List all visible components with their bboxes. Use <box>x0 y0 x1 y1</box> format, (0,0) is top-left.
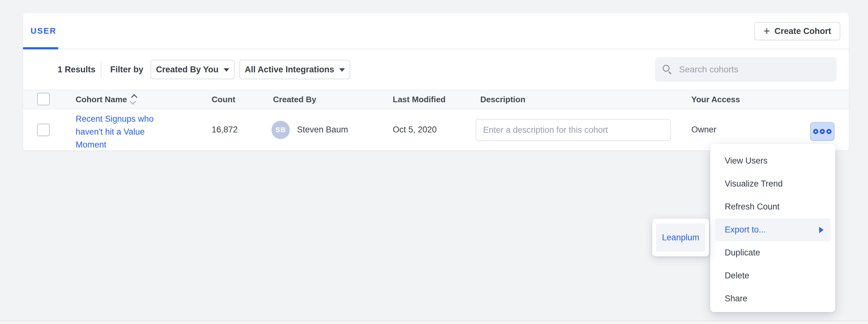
cohorts-panel: USER + Create Cohort 1 Results Filter by… <box>23 13 849 150</box>
row-checkbox[interactable] <box>37 123 50 136</box>
creator-name: Steven Baum <box>297 109 348 150</box>
created-by-filter-value: Created By You <box>156 65 219 75</box>
menu-item-export-label: Export to... <box>725 225 766 235</box>
menu-item-delete[interactable]: Delete <box>710 264 835 287</box>
last-modified-date: Oct 5, 2020 <box>393 109 437 150</box>
created-by-filter-dropdown[interactable]: Created By You <box>151 60 235 79</box>
search-input[interactable] <box>679 65 829 75</box>
column-header-description: Description <box>480 90 525 109</box>
menu-item-share[interactable]: Share <box>710 287 835 310</box>
create-cohort-label: Create Cohort <box>774 27 831 36</box>
column-header-your-access: Your Access <box>691 90 740 109</box>
column-header-created-by: Created By <box>273 90 316 109</box>
chevron-down-icon <box>339 68 345 72</box>
table-header: Cohort Name Count Created By Last Modifi… <box>23 89 849 109</box>
search-box <box>655 57 837 82</box>
dot-icon <box>827 129 832 134</box>
description-input[interactable] <box>475 119 671 141</box>
search-icon <box>663 65 672 74</box>
toolbar-divider <box>101 61 101 78</box>
tab-user[interactable]: USER <box>31 13 56 49</box>
submenu-arrow-icon <box>819 227 824 233</box>
export-submenu: Leanplum <box>652 219 709 256</box>
integrations-filter-dropdown[interactable]: All Active Integrations <box>239 60 350 79</box>
avatar: SB <box>272 121 290 139</box>
bottom-strip <box>0 321 868 324</box>
cohort-count: 16,872 <box>212 109 238 150</box>
tab-user-label: USER <box>31 26 56 36</box>
results-count: 1 Results <box>58 49 95 89</box>
cohort-name-link[interactable]: Recent Signups who haven't hit a Value M… <box>75 113 157 150</box>
toolbar: 1 Results Filter by Created By You All A… <box>23 49 849 89</box>
row-actions-button[interactable] <box>810 122 835 141</box>
active-tab-underline <box>23 47 58 49</box>
plus-icon: + <box>764 26 770 37</box>
menu-item-export-to[interactable]: Export to... <box>715 218 831 241</box>
menu-item-visualize-trend[interactable]: Visualize Trend <box>710 172 835 195</box>
tab-bar: USER + Create Cohort <box>23 13 849 49</box>
menu-item-duplicate[interactable]: Duplicate <box>710 241 835 264</box>
column-header-cohort-name[interactable]: Cohort Name <box>75 90 136 109</box>
column-header-count: Count <box>212 90 235 109</box>
integrations-filter-value: All Active Integrations <box>245 65 334 75</box>
column-header-last-modified: Last Modified <box>393 90 446 109</box>
chevron-down-icon <box>224 68 229 72</box>
row-actions-context-menu: View Users Visualize Trend Refresh Count… <box>710 144 835 312</box>
menu-item-refresh-count[interactable]: Refresh Count <box>710 195 835 218</box>
menu-item-view-users[interactable]: View Users <box>710 149 835 172</box>
dot-icon <box>820 129 825 134</box>
sort-icon[interactable] <box>131 94 136 104</box>
filter-by-label: Filter by <box>110 49 143 89</box>
select-all-checkbox[interactable] <box>37 93 50 105</box>
dot-icon <box>813 129 818 134</box>
create-cohort-button[interactable]: + Create Cohort <box>754 22 840 40</box>
submenu-item-leanplum[interactable]: Leanplum <box>656 223 705 252</box>
